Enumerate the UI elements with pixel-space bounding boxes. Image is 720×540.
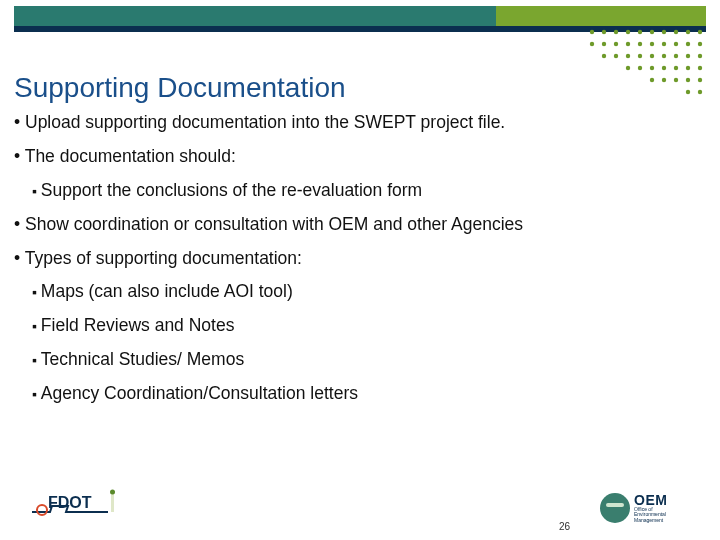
oem-acronym: OEM — [634, 493, 667, 507]
svg-point-1 — [602, 30, 606, 34]
svg-point-24 — [650, 54, 654, 58]
bullet-types: Types of supporting documentation: — [14, 248, 700, 270]
header-bar-green — [496, 6, 706, 26]
svg-point-39 — [686, 78, 690, 82]
svg-point-33 — [674, 66, 678, 70]
svg-point-3 — [626, 30, 630, 34]
subbullet-technical-studies: Technical Studies/ Memos — [32, 349, 700, 371]
svg-point-37 — [662, 78, 666, 82]
svg-point-40 — [698, 78, 702, 82]
svg-point-29 — [626, 66, 630, 70]
slide-body: Upload supporting documentation into the… — [14, 112, 700, 417]
bullet-doc-should: The documentation should: — [14, 146, 700, 168]
bullet-show-coordination: Show coordination or consultation with O… — [14, 214, 700, 236]
svg-point-23 — [638, 54, 642, 58]
svg-point-35 — [698, 66, 702, 70]
slide-footer: FDOT 26 OEM Office of Environmental Mana… — [0, 478, 720, 540]
svg-point-13 — [626, 42, 630, 46]
svg-text:FDOT: FDOT — [48, 494, 92, 511]
svg-point-18 — [686, 42, 690, 46]
slide-title: Supporting Documentation — [14, 72, 346, 104]
svg-point-28 — [698, 54, 702, 58]
bullet-upload: Upload supporting documentation into the… — [14, 112, 700, 134]
page-number: 26 — [559, 521, 570, 532]
svg-point-45 — [110, 490, 115, 495]
svg-point-9 — [698, 30, 702, 34]
decorative-dots-icon — [586, 26, 706, 98]
svg-point-6 — [662, 30, 666, 34]
subbullet-maps: Maps (can also include AOI tool) — [32, 281, 700, 303]
svg-point-38 — [674, 78, 678, 82]
oem-mark-icon — [600, 493, 630, 523]
svg-point-8 — [686, 30, 690, 34]
svg-point-2 — [614, 30, 618, 34]
svg-point-46 — [37, 505, 47, 515]
svg-point-15 — [650, 42, 654, 46]
svg-point-27 — [686, 54, 690, 58]
svg-point-32 — [662, 66, 666, 70]
svg-point-10 — [590, 42, 594, 46]
svg-point-4 — [638, 30, 642, 34]
svg-point-12 — [614, 42, 618, 46]
oem-logo-icon: OEM Office of Environmental Management — [600, 488, 692, 528]
svg-point-26 — [674, 54, 678, 58]
svg-point-17 — [674, 42, 678, 46]
svg-point-16 — [662, 42, 666, 46]
svg-point-36 — [650, 78, 654, 82]
svg-point-42 — [698, 90, 702, 94]
oem-line3: Management — [634, 518, 667, 523]
subbullet-support-conclusions: Support the conclusions of the re-evalua… — [32, 180, 700, 202]
subbullet-agency-letters: Agency Coordination/Consultation letters — [32, 383, 700, 405]
svg-point-41 — [686, 90, 690, 94]
svg-point-34 — [686, 66, 690, 70]
header-bar-teal — [14, 6, 496, 26]
subbullet-field-reviews: Field Reviews and Notes — [32, 315, 700, 337]
svg-point-30 — [638, 66, 642, 70]
svg-point-21 — [614, 54, 618, 58]
svg-point-7 — [674, 30, 678, 34]
svg-point-0 — [590, 30, 594, 34]
fdot-logo-icon: FDOT — [30, 486, 120, 522]
svg-point-19 — [698, 42, 702, 46]
svg-point-20 — [602, 54, 606, 58]
svg-point-11 — [602, 42, 606, 46]
svg-rect-44 — [111, 494, 114, 512]
svg-point-22 — [626, 54, 630, 58]
oem-text: OEM Office of Environmental Management — [634, 493, 667, 523]
header-color-bar — [14, 6, 706, 26]
svg-point-14 — [638, 42, 642, 46]
svg-point-5 — [650, 30, 654, 34]
svg-point-25 — [662, 54, 666, 58]
svg-point-31 — [650, 66, 654, 70]
